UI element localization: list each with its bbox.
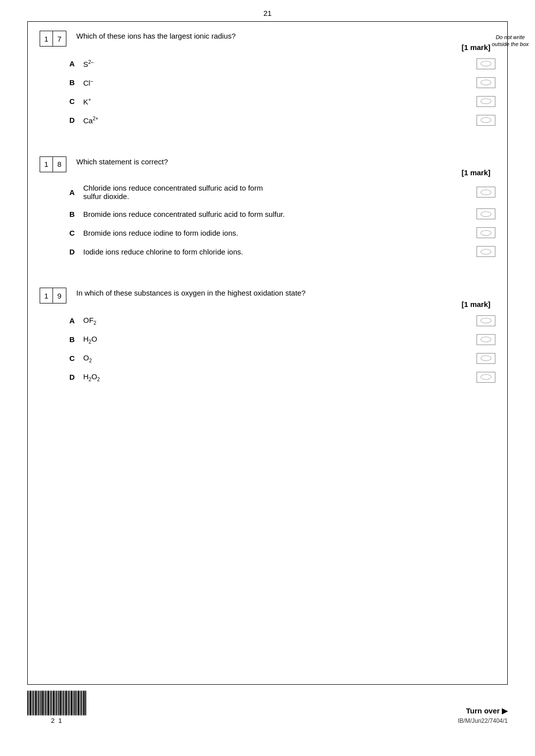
question-18-option-c: C Bromide ions reduce iodine to form iod… <box>69 227 495 238</box>
svg-rect-24 <box>60 691 61 715</box>
option-b-text: Cl– <box>83 78 472 87</box>
q18-option-a-text: Chloride ions reduce concentrated sulfur… <box>83 184 472 201</box>
question-19-number-box: 1 9 <box>40 288 66 303</box>
footer: 2 1 Turn over ▶ IB/M/Jun22/7404/1 <box>0 685 535 724</box>
q18-option-d-text: Iodide ions reduce chlorine to form chlo… <box>83 248 472 256</box>
svg-rect-21 <box>56 691 57 715</box>
barcode-area: 2 1 <box>27 691 87 724</box>
question-19-num1: 1 <box>40 288 53 303</box>
question-17-header: 1 7 Which of these ions has the largest … <box>40 31 495 51</box>
question-18-text: Which statement is correct? <box>76 156 495 168</box>
svg-rect-22 <box>57 691 58 715</box>
svg-rect-36 <box>77 691 77 715</box>
svg-rect-2 <box>30 691 31 715</box>
question-19-header: 1 9 In which of these substances is oxyg… <box>40 288 495 308</box>
svg-rect-33 <box>73 691 73 715</box>
svg-rect-9 <box>40 691 40 715</box>
option-a-box[interactable] <box>477 58 495 69</box>
option-c-box[interactable] <box>477 96 495 107</box>
question-18-options: A Chloride ions reduce concentrated sulf… <box>40 184 495 257</box>
svg-rect-11 <box>42 691 44 715</box>
question-18-option-b: B Bromide ions reduce concentrated sulfu… <box>69 208 495 219</box>
barcode <box>27 691 87 715</box>
question-17-number-box: 1 7 <box>40 31 66 47</box>
svg-rect-20 <box>55 691 55 715</box>
q18-option-c-oval <box>481 230 491 236</box>
svg-rect-17 <box>51 691 52 715</box>
q19-option-c-box[interactable] <box>477 353 495 364</box>
q19-option-a-text: OF2 <box>83 316 472 326</box>
svg-rect-39 <box>81 691 82 715</box>
option-c-letter: C <box>69 97 78 105</box>
barcode-svg <box>27 691 87 715</box>
option-b-box[interactable] <box>477 77 495 88</box>
question-17-mark: [1 mark] <box>76 43 495 51</box>
svg-rect-8 <box>38 691 39 715</box>
svg-rect-12 <box>44 691 45 715</box>
question-19-option-a: A OF2 <box>69 315 495 326</box>
question-19-text: In which of these substances is oxygen i… <box>76 288 495 299</box>
svg-rect-26 <box>63 691 64 715</box>
svg-rect-35 <box>75 691 76 715</box>
q18-option-d-box[interactable] <box>477 246 495 257</box>
q18-option-d-letter: D <box>69 248 78 256</box>
q19-option-d-box[interactable] <box>477 372 495 383</box>
q19-option-b-oval <box>481 337 491 342</box>
question-17-option-a: A S2– <box>69 58 495 69</box>
svg-rect-25 <box>62 691 62 715</box>
svg-rect-34 <box>74 691 75 715</box>
q18-option-b-box[interactable] <box>477 208 495 219</box>
question-17-num1: 1 <box>40 31 53 46</box>
question-17-option-c: C K+ <box>69 96 495 107</box>
svg-rect-42 <box>85 691 86 715</box>
question-17-option-d: D Ca2+ <box>69 115 495 126</box>
svg-rect-41 <box>83 691 85 715</box>
question-18-option-d: D Iodide ions reduce chlorine to form ch… <box>69 246 495 257</box>
q19-option-d-oval <box>481 374 491 380</box>
footer-right: Turn over ▶ IB/M/Jun22/7404/1 <box>458 706 508 724</box>
question-17-text: Which of these ions has the largest ioni… <box>76 31 495 42</box>
option-c-oval <box>481 99 491 104</box>
question-19-option-d: D H2O2 <box>69 372 495 383</box>
svg-rect-29 <box>67 691 68 715</box>
q18-option-a-box[interactable] <box>477 187 495 198</box>
question-19-text-area: In which of these substances is oxygen i… <box>76 288 495 308</box>
q19-option-d-letter: D <box>69 373 78 381</box>
question-17-num2: 7 <box>53 31 66 46</box>
option-b-letter: B <box>69 78 78 87</box>
svg-rect-15 <box>48 691 49 715</box>
question-17-options: A S2– B Cl– C K+ <box>40 58 495 126</box>
option-d-letter: D <box>69 116 78 124</box>
q19-option-a-box[interactable] <box>477 315 495 326</box>
question-19-options: A OF2 B H2O C O2 <box>40 315 495 383</box>
q18-option-b-letter: B <box>69 210 78 218</box>
question-18-num1: 1 <box>40 157 53 172</box>
option-d-box[interactable] <box>477 115 495 126</box>
svg-rect-28 <box>65 691 67 715</box>
question-19-mark: [1 mark] <box>76 300 495 308</box>
svg-rect-40 <box>82 691 83 715</box>
option-a-letter: A <box>69 59 78 68</box>
q19-option-c-text: O2 <box>83 353 472 363</box>
svg-rect-0 <box>27 691 28 715</box>
svg-rect-31 <box>70 691 70 715</box>
question-18-number-box: 1 8 <box>40 156 66 172</box>
svg-rect-4 <box>33 691 34 715</box>
svg-rect-6 <box>35 691 37 715</box>
question-17-text-area: Which of these ions has the largest ioni… <box>76 31 495 51</box>
q19-option-a-oval <box>481 318 491 323</box>
svg-rect-27 <box>64 691 65 715</box>
svg-rect-1 <box>29 691 29 715</box>
question-18-num2: 8 <box>53 157 66 172</box>
question-19: 1 9 In which of these substances is oxyg… <box>28 279 507 400</box>
barcode-label: 2 1 <box>51 717 63 724</box>
q19-option-b-box[interactable] <box>477 334 495 345</box>
turn-over-text: Turn over ▶ <box>466 706 508 715</box>
option-a-text: S2– <box>83 59 472 68</box>
q18-option-c-text: Bromide ions reduce iodine to form iodid… <box>83 229 472 237</box>
question-18-mark: [1 mark] <box>76 168 495 177</box>
svg-rect-32 <box>71 691 72 715</box>
question-19-num2: 9 <box>53 288 66 303</box>
question-18-header: 1 8 Which statement is correct? [1 mark] <box>40 156 495 177</box>
q18-option-c-box[interactable] <box>477 227 495 238</box>
